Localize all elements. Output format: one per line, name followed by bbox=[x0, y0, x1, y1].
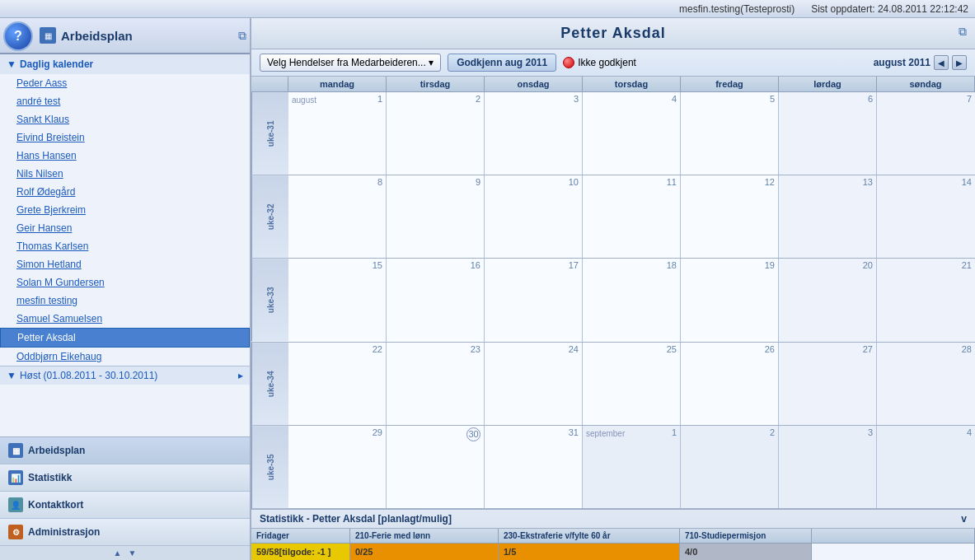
cal-cell-aug23[interactable]: 23 bbox=[387, 343, 485, 425]
cal-cell-aug13[interactable]: 13 bbox=[779, 175, 877, 258]
day-num-28: 28 bbox=[880, 344, 972, 354]
day-num-24: 24 bbox=[488, 344, 579, 354]
cal-cell-aug4[interactable]: 4 bbox=[583, 92, 681, 175]
person-hans-hansen[interactable]: Hans Hansen bbox=[0, 147, 250, 165]
cal-cell-aug6[interactable]: 6 bbox=[779, 92, 877, 175]
person-andre-test[interactable]: andré test bbox=[0, 92, 250, 110]
person-eivind-breistein[interactable]: Eivind Breistein bbox=[0, 128, 250, 147]
cal-cell-aug3[interactable]: 3 bbox=[485, 92, 583, 175]
person-thomas-karlsen[interactable]: Thomas Karlsen bbox=[0, 237, 250, 255]
cal-cell-sep3[interactable]: 3 bbox=[779, 426, 877, 508]
week-35: uke-35 29 30 31 september 1 2 3 4 bbox=[251, 426, 975, 509]
cal-cell-aug12[interactable]: 12 bbox=[681, 175, 779, 258]
person-peder-aass[interactable]: Peder Aass bbox=[0, 74, 250, 92]
cal-cell-aug15[interactable]: 15 bbox=[288, 259, 387, 341]
status-text: Ikke godkjent bbox=[578, 57, 636, 68]
day-header-thu: torsdag bbox=[583, 77, 681, 91]
cal-cell-aug30[interactable]: 30 bbox=[387, 426, 485, 508]
cal-cell-aug27[interactable]: 27 bbox=[779, 343, 877, 425]
person-petter-aksdal[interactable]: Petter Aksdal bbox=[0, 328, 250, 348]
stats-collapse-icon[interactable]: v bbox=[961, 513, 967, 525]
nav-kontaktkort-label: Kontaktkort bbox=[28, 499, 83, 511]
cal-cell-aug28[interactable]: 28 bbox=[877, 343, 975, 425]
day-num-13: 13 bbox=[782, 177, 873, 187]
stats-val-ferie: 0/25 bbox=[350, 544, 499, 560]
cal-cell-aug18[interactable]: 18 bbox=[583, 259, 681, 341]
day-num-29: 29 bbox=[292, 427, 382, 437]
cal-cell-aug9[interactable]: 9 bbox=[387, 175, 485, 258]
day-num-23: 23 bbox=[390, 344, 480, 354]
kontaktkort-nav-icon: 👤 bbox=[8, 497, 23, 512]
cal-cell-aug1[interactable]: august 1 bbox=[288, 92, 387, 175]
person-samuel-samuelsen[interactable]: Samuel Samuelsen bbox=[0, 310, 250, 328]
cal-cell-aug29[interactable]: 29 bbox=[288, 426, 387, 508]
person-sankt-klaus[interactable]: Sankt Klaus bbox=[0, 110, 250, 128]
day-header-sat: lørdag bbox=[779, 77, 877, 91]
scroll-up-icon[interactable]: ▲ bbox=[110, 548, 125, 558]
stats-col-header-studieperm: 710-Studiepermisjon bbox=[680, 529, 812, 544]
person-oddbjorn-eikehaug[interactable]: Oddbjørn Eikehaug bbox=[0, 348, 250, 366]
day-num-11: 11 bbox=[586, 177, 677, 187]
person-mesfin-testing[interactable]: mesfin testing bbox=[0, 292, 250, 310]
person-rolf-odegard[interactable]: Rolf Ødegård bbox=[0, 183, 250, 201]
cal-cell-aug31[interactable]: 31 bbox=[485, 426, 583, 508]
cal-cell-aug10[interactable]: 10 bbox=[485, 175, 583, 258]
person-simon-hetland[interactable]: Simon Hetland bbox=[0, 255, 250, 273]
cal-cell-aug20[interactable]: 20 bbox=[779, 259, 877, 341]
subsection-label: Høst (01.08.2011 - 30.10.2011) bbox=[20, 370, 157, 381]
cal-cell-aug5[interactable]: 5 bbox=[681, 92, 779, 175]
cal-cell-aug19[interactable]: 19 bbox=[681, 259, 779, 341]
cal-cell-aug24[interactable]: 24 bbox=[485, 343, 583, 425]
cal-cell-aug11[interactable]: 11 bbox=[583, 175, 681, 258]
stats-table: Fridager 210-Ferie med lønn 230-Ekstrafe… bbox=[251, 529, 975, 560]
daily-calendar-section[interactable]: ▼ Daglig kalender bbox=[0, 54, 250, 74]
prev-month-btn[interactable]: ◀ bbox=[934, 55, 949, 70]
stats-bar: Statistikk - Petter Aksdal [planlagt/mul… bbox=[251, 509, 975, 560]
cal-cell-aug16[interactable]: 16 bbox=[387, 259, 485, 341]
cal-cell-aug2[interactable]: 2 bbox=[387, 92, 485, 175]
user-info: mesfin.testing(Testeprosti) bbox=[679, 3, 795, 15]
cal-cell-sep1[interactable]: september 1 bbox=[583, 426, 681, 508]
logo-icon: ? bbox=[14, 29, 22, 44]
scroll-down-icon[interactable]: ▼ bbox=[125, 548, 140, 558]
nav-statistikk[interactable]: 📊 Statistikk bbox=[0, 464, 250, 492]
cal-cell-aug8[interactable]: 8 bbox=[288, 175, 387, 258]
day-num-5: 5 bbox=[684, 94, 775, 104]
day-num-20: 20 bbox=[782, 260, 873, 270]
person-nils-nilsen[interactable]: Nils Nilsen bbox=[0, 165, 250, 183]
day-header-wed: onsdag bbox=[485, 77, 583, 91]
day-num-9: 9 bbox=[390, 177, 480, 187]
person-grete-bjerkreim[interactable]: Grete Bjerkreim bbox=[0, 201, 250, 219]
app-logo[interactable]: ? bbox=[3, 21, 33, 51]
cal-cell-aug22[interactable]: 22 bbox=[288, 343, 387, 425]
nav-administrasjon-label: Administrasjon bbox=[28, 526, 100, 538]
cal-cell-aug26[interactable]: 26 bbox=[681, 343, 779, 425]
week-34: uke-34 22 23 24 25 26 27 28 bbox=[251, 343, 975, 426]
day-num-sep1: 1 bbox=[672, 427, 677, 437]
cal-cell-sep2[interactable]: 2 bbox=[681, 426, 779, 508]
cal-cell-aug7[interactable]: 7 bbox=[877, 92, 975, 175]
next-month-btn[interactable]: ▶ bbox=[952, 55, 967, 70]
approve-btn[interactable]: Godkjenn aug 2011 bbox=[448, 54, 556, 72]
week-label-34: uke-34 bbox=[251, 343, 288, 425]
day-header-mon: mandag bbox=[288, 77, 387, 91]
calendar-header: mandag tirsdag onsdag torsdag fredag lør… bbox=[251, 77, 975, 92]
cal-cell-aug17[interactable]: 17 bbox=[485, 259, 583, 341]
cal-cell-aug14[interactable]: 14 bbox=[877, 175, 975, 258]
subsection-right-arrow: ▸ bbox=[238, 370, 243, 381]
content-expand-icon[interactable]: ⧉ bbox=[959, 25, 967, 39]
sidebar-expand-icon[interactable]: ⧉ bbox=[238, 29, 246, 43]
host-subsection[interactable]: ▼ Høst (01.08.2011 - 30.10.2011) ▸ bbox=[0, 366, 250, 385]
nav-arbeidsplan[interactable]: ▦ Arbeidsplan bbox=[0, 437, 250, 464]
day-num-7: 7 bbox=[880, 94, 972, 104]
cal-cell-aug21[interactable]: 21 bbox=[877, 259, 975, 341]
events-dropdown[interactable]: Velg Hendelser fra Medarbeideren... ▾ bbox=[260, 54, 441, 72]
day-num-1: 1 bbox=[377, 94, 382, 104]
nav-administrasjon[interactable]: ⚙ Administrasjon bbox=[0, 519, 250, 546]
cal-cell-sep4[interactable]: 4 bbox=[877, 426, 975, 508]
cal-cell-aug25[interactable]: 25 bbox=[583, 343, 681, 425]
nav-kontaktkort[interactable]: 👤 Kontaktkort bbox=[0, 492, 250, 519]
month-prefix-aug: august bbox=[292, 96, 316, 105]
person-geir-hansen[interactable]: Geir Hansen bbox=[0, 219, 250, 237]
person-solan-gundersen[interactable]: Solan M Gundersen bbox=[0, 273, 250, 292]
